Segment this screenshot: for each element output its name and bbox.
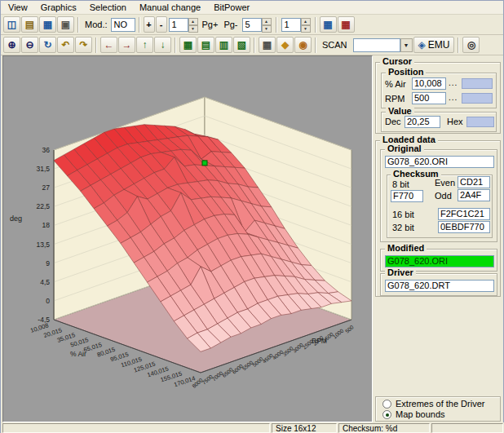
page-spinner-up-arrow[interactable]: ▲ xyxy=(262,18,272,25)
emu-button[interactable]: ◈EMU xyxy=(413,37,455,53)
arrow-right-icon[interactable]: → xyxy=(118,37,135,53)
page-spinner-value[interactable]: 5 xyxy=(242,18,262,32)
increment-spinner-value[interactable]: 1 xyxy=(281,18,301,32)
plus-button[interactable]: + xyxy=(144,16,155,33)
loaded-data-group: Loaded data Original G078_620.ORI Checks… xyxy=(375,140,501,297)
side-panel: Cursor Position % Air 10,008 ... RPM 500… xyxy=(374,55,504,422)
original-file-field[interactable]: G078_620.ORI xyxy=(385,156,494,168)
radio-extremes-of-driver[interactable] xyxy=(382,400,391,409)
tools-icon[interactable]: ◆ xyxy=(276,37,294,53)
svg-text:31,5: 31,5 xyxy=(36,165,50,173)
air-color-swatch xyxy=(462,78,493,89)
menu-manual-change[interactable]: Manual change xyxy=(133,2,207,14)
grid-red-icon[interactable]: ▦ xyxy=(338,16,355,33)
rpm-value-field[interactable]: 500 xyxy=(412,92,446,104)
modified-file-field[interactable]: G078_620.ORI xyxy=(385,255,494,267)
mod-label: Mod.: xyxy=(82,20,110,29)
cursor-group: Cursor Position % Air 10,008 ... RPM 500… xyxy=(375,62,501,134)
zoom-out-icon[interactable]: ⊖ xyxy=(21,37,38,53)
cursor-marker[interactable] xyxy=(202,161,207,166)
svg-text:9: 9 xyxy=(46,259,50,267)
minus-button[interactable]: - xyxy=(156,16,167,33)
map-table-icon[interactable]: ▦ xyxy=(39,16,56,33)
step-spinner-buttons[interactable]: ▲▼ xyxy=(188,18,198,32)
save-icon[interactable]: ▣ xyxy=(57,16,74,33)
mod-field[interactable]: NO xyxy=(111,18,135,32)
step-spinner[interactable]: 1▲▼ xyxy=(169,18,198,32)
select-row-icon[interactable]: ▤ xyxy=(197,37,214,53)
arrow-up-icon[interactable]: ↑ xyxy=(136,37,153,53)
select-range-icon[interactable]: ▧ xyxy=(233,37,250,53)
driver-file-field[interactable]: G078_620.DRT xyxy=(385,280,494,292)
svg-text:4,5: 4,5 xyxy=(40,278,50,286)
toolbar-separator xyxy=(139,17,140,33)
select-col-icon[interactable]: ▥ xyxy=(215,37,232,53)
rpm-label: RPM xyxy=(385,94,405,104)
main-area: 3631,52722,51813,594,50-4,5deg10,00820,0… xyxy=(1,55,504,422)
menu-graphics[interactable]: Graphics xyxy=(34,2,83,14)
menu-bitpower[interactable]: BitPower xyxy=(207,2,256,14)
user-icon[interactable]: ◉ xyxy=(294,37,312,53)
svg-text:18: 18 xyxy=(42,221,51,229)
status-checksum: Checksum: %d xyxy=(338,423,430,433)
bounds-group: Extremes of the Driver Map bounds xyxy=(375,396,501,422)
target-icon[interactable]: ◎ xyxy=(462,37,480,53)
scan-combobox-value[interactable] xyxy=(353,38,400,52)
svg-text:13,5: 13,5 xyxy=(36,241,50,249)
svg-text:RPM: RPM xyxy=(312,337,327,345)
toolbar-separator xyxy=(254,38,255,53)
status-message xyxy=(2,423,270,433)
redo-icon[interactable]: ↷ xyxy=(75,37,92,53)
menu-view[interactable]: View xyxy=(2,2,34,14)
position-group-title: Position xyxy=(386,67,426,77)
checksum-odd-label: Odd xyxy=(435,191,452,201)
page-spinner-down-arrow[interactable]: ▼ xyxy=(262,25,272,33)
arrow-left-icon[interactable]: ← xyxy=(100,37,117,53)
select-all-icon[interactable]: ▦ xyxy=(179,37,197,53)
surface-plot-panel[interactable]: 3631,52722,51813,594,50-4,5deg10,00820,0… xyxy=(2,55,373,422)
step-spinner-down-arrow[interactable]: ▼ xyxy=(188,25,198,33)
undo-icon[interactable]: ↶ xyxy=(57,37,74,53)
page-spinner-buttons[interactable]: ▲▼ xyxy=(262,18,272,32)
rpm-more-button[interactable]: ... xyxy=(449,92,458,103)
checksum-16bit-field[interactable]: F2FC1C21 xyxy=(438,208,490,220)
svg-text:% Air: % Air xyxy=(70,350,86,358)
step-spinner-up-arrow[interactable]: ▲ xyxy=(188,18,198,25)
table-window-icon[interactable]: ▦ xyxy=(259,37,276,53)
paste-icon[interactable]: ▤ xyxy=(21,16,38,33)
step-spinner-value[interactable]: 1 xyxy=(169,18,188,32)
arrow-down-icon[interactable]: ↓ xyxy=(154,37,171,53)
checksum-8bit-field[interactable]: F770 xyxy=(391,190,423,202)
increment-spinner[interactable]: 1▲▼ xyxy=(281,18,311,32)
rpm-color-swatch xyxy=(462,93,493,104)
surface-chart[interactable]: 3631,52722,51813,594,50-4,5deg10,00820,0… xyxy=(3,56,372,422)
toolbar-separator xyxy=(458,38,459,53)
checksum-even-field[interactable]: CD21 xyxy=(458,176,490,188)
grid-blue-icon[interactable]: ▦ xyxy=(320,16,337,33)
increment-spinner-down-arrow[interactable]: ▼ xyxy=(301,25,311,33)
refresh-icon[interactable]: ↻ xyxy=(39,37,56,53)
increment-spinner-up-arrow[interactable]: ▲ xyxy=(301,18,311,25)
checksum-8bit-label: 8 bit xyxy=(392,179,409,190)
zoom-in-icon[interactable]: ⊕ xyxy=(3,37,20,53)
dec-value-field[interactable]: 20,25 xyxy=(405,116,440,128)
air-value-field[interactable]: 10,008 xyxy=(412,77,446,90)
radio-map-bounds-label: Map bounds xyxy=(396,409,445,420)
svg-text:36: 36 xyxy=(42,146,51,154)
page-spinner[interactable]: 5▲▼ xyxy=(242,18,272,32)
driver-group-title: Driver xyxy=(385,267,416,278)
checksum-32bit-field[interactable]: 0EBDF770 xyxy=(438,221,490,233)
checksum-group-title: Checksum xyxy=(391,169,441,179)
increment-spinner-buttons[interactable]: ▲▼ xyxy=(301,18,311,32)
radio-map-bounds[interactable] xyxy=(382,410,391,419)
scan-combobox[interactable]: ▼ xyxy=(353,38,413,52)
svg-text:deg: deg xyxy=(10,214,22,223)
scan-dropdown-arrow[interactable]: ▼ xyxy=(400,38,413,52)
svg-text:0: 0 xyxy=(46,297,50,305)
checksum-odd-field[interactable]: 2A4F xyxy=(458,189,490,201)
air-label: % Air xyxy=(385,79,406,90)
checksum-even-label: Even xyxy=(435,178,455,188)
menu-selection[interactable]: Selection xyxy=(83,2,133,14)
air-more-button[interactable]: ... xyxy=(449,77,458,88)
copy-icon[interactable]: ◫ xyxy=(3,16,20,33)
